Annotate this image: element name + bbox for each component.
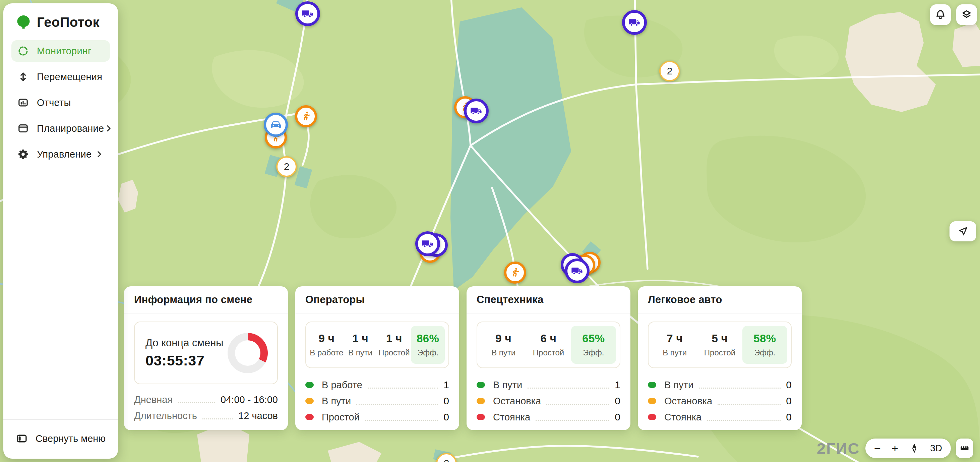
3d-mode-button[interactable]: 3D xyxy=(930,443,942,454)
legend-count: 0 xyxy=(444,395,449,407)
legend-label: Простой xyxy=(322,412,360,423)
map-marker-badge[interactable]: 2 xyxy=(436,453,457,462)
layers-icon xyxy=(961,9,972,21)
navigation-arrow-icon xyxy=(958,226,968,237)
stat: 5 чПростой xyxy=(697,326,742,364)
sidebar-item-перемещения[interactable]: Перемещения xyxy=(11,66,110,88)
sidebar-item-label: Планирование xyxy=(37,123,104,134)
sidebar-item-управление[interactable]: Управление xyxy=(11,143,110,165)
sidebar-item-label: Отчеты xyxy=(37,97,71,108)
stat-label: Эфф. xyxy=(417,348,438,357)
truck-icon xyxy=(570,264,584,277)
legend-count: 0 xyxy=(444,411,449,423)
planning-icon xyxy=(18,123,29,134)
stat: 6 чПростой xyxy=(526,326,571,364)
ruler-button[interactable] xyxy=(956,438,973,458)
shift-info-card: Информация по смене До конца смены 03:55… xyxy=(124,286,288,430)
stat: 1 чВ пути xyxy=(344,326,377,364)
stat-label: Простой xyxy=(533,348,564,357)
map-layers-button[interactable] xyxy=(956,4,977,25)
status-dot xyxy=(648,414,656,420)
map-marker-truck[interactable] xyxy=(295,2,320,26)
map-marker-person[interactable] xyxy=(504,261,526,284)
map-marker-badge[interactable]: 2 xyxy=(659,61,680,81)
movements-icon xyxy=(18,71,29,83)
legend-label: В работе xyxy=(322,379,362,390)
status-legend: В пути1Остановка0Стоянка0 xyxy=(477,377,620,425)
card-title: Информация по смене xyxy=(134,294,252,306)
legend-count: 0 xyxy=(786,411,792,423)
bell-icon xyxy=(935,9,946,21)
collapse-menu-button[interactable]: Свернуть меню xyxy=(3,419,118,459)
sidebar-item-планирование[interactable]: Планирование xyxy=(11,118,110,139)
stat-value: 1 ч xyxy=(352,332,368,345)
management-icon xyxy=(18,148,29,160)
map-marker-truck[interactable] xyxy=(622,10,647,35)
legend-row: Остановка0 xyxy=(648,393,792,409)
ruler-icon xyxy=(959,443,970,453)
stats-box: 9 чВ работе1 чВ пути1 чПростой86%Эфф. xyxy=(305,322,449,368)
group-card: Спецтехника9 чВ пути6 чПростой65%Эфф.В п… xyxy=(466,286,630,430)
stat-value: 9 ч xyxy=(318,332,334,345)
status-dot xyxy=(477,398,485,404)
card-title: Операторы xyxy=(305,294,365,306)
sidebar-item-мониторинг[interactable]: Мониторинг xyxy=(11,40,110,62)
stats-box: 9 чВ пути6 чПростой65%Эфф. xyxy=(477,322,620,368)
status-dot xyxy=(305,398,314,404)
countdown-value: 03:55:37 xyxy=(145,352,224,369)
legend-row: Стоянка0 xyxy=(477,409,620,425)
stat-label: Простой xyxy=(704,348,735,357)
stat-efficiency: 58%Эфф. xyxy=(742,326,787,364)
notifications-button[interactable] xyxy=(930,4,951,25)
locate-button[interactable] xyxy=(950,221,976,241)
person-icon xyxy=(300,110,312,123)
legend-count: 0 xyxy=(615,411,620,423)
card-header: Спецтехника xyxy=(466,286,630,314)
legend-count: 0 xyxy=(615,395,620,407)
car-icon xyxy=(269,118,283,131)
group-card: Операторы9 чВ работе1 чВ пути1 чПростой8… xyxy=(295,286,459,430)
map-marker-truck[interactable] xyxy=(415,231,440,256)
shift-row-value: 12 часов xyxy=(238,410,278,421)
legend-count: 0 xyxy=(786,379,792,390)
map-marker-car[interactable] xyxy=(264,113,288,137)
cluster-count: 2 xyxy=(667,65,673,77)
app-logo: ГеоПоток xyxy=(16,13,110,31)
map-marker-person[interactable] xyxy=(295,105,317,127)
map-marker-truck[interactable] xyxy=(565,258,590,283)
stat-value: 5 ч xyxy=(712,332,728,345)
stat: 1 чПростой xyxy=(377,326,411,364)
compass-button[interactable] xyxy=(909,443,920,453)
truck-icon xyxy=(421,237,434,250)
truck-icon xyxy=(301,7,314,21)
map-marker-truck[interactable] xyxy=(464,99,488,123)
shift-row-value: 04:00 - 16:00 xyxy=(221,394,278,405)
legend-row: Остановка0 xyxy=(477,393,620,409)
legend-label: В пути xyxy=(322,396,351,407)
legend-label: В пути xyxy=(664,379,694,390)
card-header: Операторы xyxy=(295,286,459,314)
stat-value: 86% xyxy=(417,332,439,345)
shift-row: Длительность12 часов xyxy=(134,408,278,424)
chevron-right-icon xyxy=(94,150,104,159)
stats-box: 7 чВ пути5 чПростой58%Эфф. xyxy=(648,322,792,368)
legend-row: В пути0 xyxy=(648,377,792,393)
legend-count: 1 xyxy=(444,379,449,390)
sidebar: ГеоПоток МониторингПеремещенияОтчетыПлан… xyxy=(3,3,118,459)
sidebar-item-label: Мониторинг xyxy=(37,46,92,57)
zoom-in-button[interactable]: + xyxy=(891,443,898,454)
status-legend: В работе1В пути0Простой0 xyxy=(305,377,449,425)
map-marker-badge[interactable]: 2 xyxy=(276,156,297,177)
truck-icon xyxy=(469,104,483,118)
bottom-cards: Информация по смене До конца смены 03:55… xyxy=(124,286,802,430)
map-attribution-logo: 2ГИС xyxy=(817,439,860,458)
shift-rows: Дневная04:00 - 16:00Длительность12 часов xyxy=(134,392,278,424)
shift-row: Дневная04:00 - 16:00 xyxy=(134,392,278,408)
card-header: Легковое авто xyxy=(638,286,802,314)
sidebar-item-отчеты[interactable]: Отчеты xyxy=(11,92,110,113)
reports-icon xyxy=(18,97,29,108)
zoom-out-button[interactable]: − xyxy=(874,443,881,454)
stat-label: Простой xyxy=(379,348,410,357)
stat-value: 1 ч xyxy=(386,332,402,345)
stat: 9 чВ работе xyxy=(310,326,344,364)
